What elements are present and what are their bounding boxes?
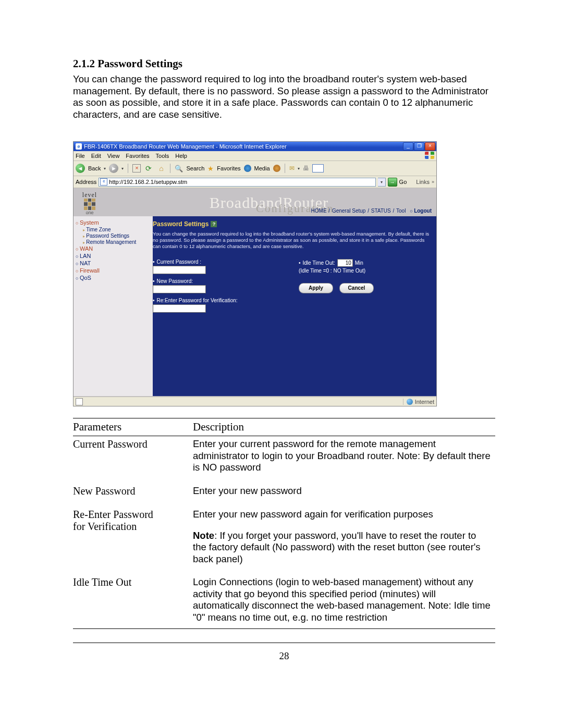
media-icon[interactable]: [244, 165, 251, 172]
param-desc: Enter your new password again for verifi…: [193, 507, 495, 574]
logo-top-text: level: [78, 192, 102, 198]
header-description: Description: [193, 418, 495, 436]
status-page-icon: [76, 398, 83, 405]
param-desc-note: Note: If you forget your password, you'l…: [193, 530, 492, 565]
ie-window: e FBR-1406TX Broadband Router Web Manage…: [73, 141, 437, 406]
nav-lan[interactable]: LAN: [76, 253, 136, 259]
ie-favicon-icon: e: [76, 143, 82, 150]
router-nav: System Time Zone Password Settings Remot…: [74, 216, 137, 396]
address-field[interactable]: e http://192.168.2.1/setuppw.stm: [99, 178, 375, 187]
print-icon[interactable]: 🖶: [303, 165, 309, 172]
menu-edit[interactable]: Edit: [91, 153, 101, 159]
links-label[interactable]: Links: [416, 179, 430, 185]
param-name: Re-Enter Password for Verification: [73, 507, 193, 574]
nav-remote-management[interactable]: Remote Management: [83, 239, 136, 245]
media-label[interactable]: Media: [254, 165, 270, 171]
favorites-icon[interactable]: ★: [207, 165, 214, 172]
search-icon[interactable]: 🔍: [175, 165, 183, 172]
forward-icon[interactable]: ►: [109, 164, 118, 173]
window-title: FBR-1406TX Broadband Router Web Manageme…: [84, 143, 403, 150]
nav-time-zone[interactable]: Time Zone: [83, 227, 136, 232]
go-button[interactable]: →: [388, 178, 397, 187]
back-label[interactable]: Back: [88, 165, 101, 171]
table-row: Re-Enter Password for Verification Enter…: [73, 507, 495, 574]
address-label: Address: [76, 179, 96, 185]
nav-wan[interactable]: WAN: [76, 245, 136, 252]
status-bar: Internet: [74, 397, 436, 406]
stop-icon[interactable]: ×: [132, 164, 141, 172]
router-content: Password Settings ? You can change the p…: [137, 216, 436, 396]
favorites-label[interactable]: Favorites: [217, 165, 240, 171]
status-zone-text: Internet: [415, 399, 434, 405]
nav-firewall[interactable]: Firewall: [76, 267, 136, 274]
menu-favorites[interactable]: Favorites: [126, 153, 149, 159]
nav-password-settings[interactable]: Password Settings: [83, 233, 136, 239]
top-link-tool[interactable]: Tool: [396, 208, 406, 214]
parameters-table: Parameters Description Current Password …: [73, 418, 495, 629]
page-number: 28: [73, 650, 495, 662]
router-page: level one BroadbandRouter Configuration …: [74, 188, 436, 397]
minimize-button[interactable]: _: [403, 142, 413, 151]
nav-qos[interactable]: QoS: [76, 275, 136, 281]
table-row: Current Password Enter your current pass…: [73, 436, 495, 483]
param-desc-main: Enter your new password again for verifi…: [193, 509, 433, 520]
windows-flag-icon: [425, 152, 434, 159]
section-title: Password Settings: [97, 57, 182, 70]
links-dropdown-icon[interactable]: »: [432, 179, 434, 184]
maximize-button[interactable]: ❐: [414, 142, 424, 151]
top-link-logout[interactable]: Logout: [410, 208, 432, 214]
menu-view[interactable]: View: [107, 153, 120, 159]
edit-icon[interactable]: [312, 164, 324, 172]
input-reenter-password[interactable]: [153, 304, 206, 313]
param-desc: Enter your new password: [193, 483, 495, 507]
page-icon: e: [100, 178, 107, 186]
section-paragraph: You can change the password required to …: [73, 73, 495, 120]
wavy-divider: [137, 216, 153, 396]
top-link-home[interactable]: HOME: [311, 208, 327, 214]
toolbar: ◄ Back ▾ ► ▾ × ⟳ ⌂ 🔍 Search ★ Favorites …: [74, 161, 436, 176]
content-heading: Password Settings ?: [153, 220, 430, 228]
help-icon[interactable]: ?: [211, 221, 217, 227]
go-label: Go: [399, 179, 407, 185]
address-bar: Address e http://192.168.2.1/setuppw.stm…: [74, 176, 436, 188]
apply-button[interactable]: Apply: [299, 283, 333, 293]
address-dropdown[interactable]: ▾: [378, 178, 386, 187]
menu-help[interactable]: Help: [175, 153, 187, 159]
mail-icon[interactable]: ✉: [289, 165, 295, 172]
top-link-status[interactable]: STATUS: [371, 208, 391, 214]
param-name: Current Password: [73, 436, 193, 483]
header-parameters: Parameters: [73, 418, 193, 436]
label-reenter-password: Re:Enter Password for Verification:: [153, 298, 278, 303]
back-icon[interactable]: ◄: [76, 164, 85, 173]
idle-note: (Idle Time =0 : NO Time Out): [299, 268, 379, 274]
logo-grid-icon: [84, 199, 95, 210]
address-url: http://192.168.2.1/setuppw.stm: [109, 179, 187, 185]
home-icon[interactable]: ⌂: [156, 164, 166, 173]
menu-file[interactable]: File: [76, 153, 85, 159]
top-link-general-setup[interactable]: General Setup: [332, 208, 366, 214]
internet-zone-icon: [407, 399, 413, 405]
toolbar-separator: [128, 164, 128, 173]
table-row: New Password Enter your new password: [73, 483, 495, 507]
footer-rule: [73, 643, 495, 643]
search-label[interactable]: Search: [186, 165, 204, 171]
input-idle-timeout[interactable]: 10: [337, 259, 353, 267]
refresh-icon[interactable]: ⟳: [144, 164, 153, 173]
table-header-row: Parameters Description: [73, 418, 495, 436]
param-name: Idle Time Out: [73, 574, 193, 629]
history-icon[interactable]: [273, 165, 280, 172]
nav-system[interactable]: System: [76, 219, 136, 226]
nav-nat[interactable]: NAT: [76, 260, 136, 266]
window-titlebar: e FBR-1406TX Broadband Router Web Manage…: [74, 142, 436, 151]
cancel-button[interactable]: Cancel: [339, 283, 374, 293]
param-name: New Password: [73, 483, 193, 507]
input-current-password[interactable]: [153, 266, 206, 274]
param-desc: Enter your current password for the remo…: [193, 436, 495, 483]
menu-tools[interactable]: Tools: [156, 153, 169, 159]
param-desc: Login Connections (login to web-based ma…: [193, 574, 495, 629]
label-current-password: Current Password :: [153, 259, 278, 265]
close-button[interactable]: ×: [425, 142, 435, 151]
toolbar-separator: [170, 164, 170, 173]
section-number: 2.1.2: [73, 57, 95, 70]
input-new-password[interactable]: [153, 285, 206, 293]
